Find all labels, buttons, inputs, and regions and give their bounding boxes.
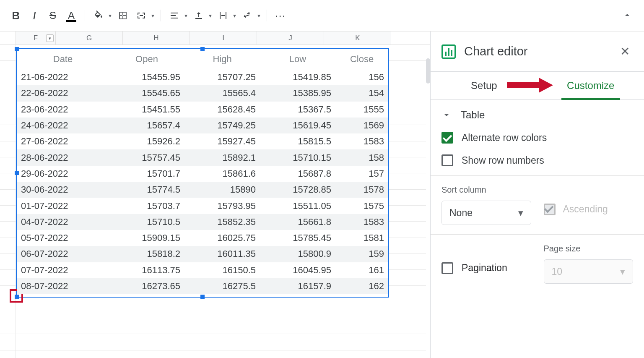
vertical-scrollbar[interactable] bbox=[426, 58, 430, 84]
table-chart-header: High bbox=[184, 54, 260, 65]
table-chart-cell: 158 bbox=[335, 152, 388, 163]
table-chart-cell: 1583 bbox=[335, 217, 388, 227]
table-chart-cell: 23-06-2022 bbox=[17, 104, 109, 115]
sort-column-select[interactable]: None ▾ bbox=[441, 201, 531, 225]
text-color-button[interactable]: A bbox=[63, 7, 80, 24]
table-section-header[interactable]: Table bbox=[441, 109, 633, 121]
text-wrap-button[interactable] bbox=[215, 7, 231, 24]
table-chart-cell: 159 bbox=[335, 248, 388, 259]
column-f-dropdown-icon[interactable]: ▾ bbox=[46, 34, 54, 42]
table-chart-cell: 15707.25 bbox=[184, 72, 260, 83]
tab-customize[interactable]: Customize bbox=[538, 72, 644, 99]
table-chart-cell: 1578 bbox=[335, 184, 388, 195]
table-chart-cell: 15852.35 bbox=[184, 217, 260, 227]
table-chart-cell: 08-07-2022 bbox=[17, 281, 109, 292]
table-chart-cell: 15892.1 bbox=[184, 152, 260, 163]
table-chart-cell: 04-07-2022 bbox=[17, 217, 109, 227]
fill-color-button[interactable] bbox=[90, 7, 107, 24]
table-chart-cell: 1569 bbox=[335, 120, 388, 131]
horizontal-align-button[interactable] bbox=[166, 7, 183, 24]
table-chart-cell: 161 bbox=[335, 265, 388, 276]
alternate-row-colors-checkbox[interactable] bbox=[441, 132, 453, 144]
pagination-section: Pagination Page size 10 ▾ bbox=[431, 235, 644, 293]
editor-tabs: Setup Customize bbox=[431, 71, 644, 100]
table-chart-cell: 16113.75 bbox=[109, 265, 184, 276]
table-chart-cell: 1583 bbox=[335, 136, 388, 147]
table-chart-row: 29-06-202215701.715861.615687.8157 bbox=[17, 166, 388, 182]
formatting-toolbar: B I S A ▾ ▾ ▾ ▾ ▾ ▾ ··· bbox=[0, 0, 644, 31]
table-chart-cell: 15728.85 bbox=[260, 184, 335, 195]
table-chart-cell: 15890 bbox=[184, 184, 260, 195]
column-header-h[interactable]: H bbox=[123, 31, 190, 44]
borders-button[interactable] bbox=[114, 7, 131, 24]
table-chart-header: Date bbox=[17, 54, 109, 65]
close-editor-button[interactable]: ✕ bbox=[616, 44, 633, 58]
table-section: Table Alternate row colors Show row numb… bbox=[431, 100, 644, 176]
table-chart-row: 01-07-202215703.715793.9515511.051575 bbox=[17, 198, 388, 214]
wrap-dropdown[interactable]: ▾ bbox=[231, 12, 237, 19]
more-options-button[interactable]: ··· bbox=[272, 7, 289, 24]
vertical-align-button[interactable] bbox=[190, 7, 207, 24]
halign-dropdown[interactable]: ▾ bbox=[183, 12, 189, 19]
table-chart-cell: 15909.15 bbox=[109, 233, 184, 243]
table-chart-cell: 15628.45 bbox=[184, 104, 260, 115]
table-chart-row: 21-06-202215455.9515707.2515419.85156 bbox=[17, 69, 388, 85]
merge-dropdown[interactable]: ▾ bbox=[150, 12, 156, 19]
table-chart-row: 06-07-202215818.216011.3515800.9159 bbox=[17, 246, 388, 262]
ascending-checkbox bbox=[544, 204, 556, 215]
table-chart-cell: 15710.5 bbox=[109, 217, 184, 227]
table-chart-cell: 22-06-2022 bbox=[17, 88, 109, 99]
table-chart-cell: 16273.65 bbox=[109, 281, 184, 292]
table-chart-row: 05-07-202215909.1516025.7515785.451581 bbox=[17, 230, 388, 246]
table-chart-cell: 05-07-2022 bbox=[17, 233, 109, 243]
column-header-f[interactable]: F ▾ bbox=[16, 31, 56, 44]
table-chart-cell: 21-06-2022 bbox=[17, 72, 109, 83]
page-size-select: 10 ▾ bbox=[544, 259, 634, 284]
table-chart-cell: 15861.6 bbox=[184, 168, 260, 179]
pagination-checkbox[interactable] bbox=[441, 262, 453, 274]
table-chart-cell: 15511.05 bbox=[260, 201, 335, 212]
table-chart-cell: 1575 bbox=[335, 201, 388, 212]
table-chart-cell: 1555 bbox=[335, 104, 388, 115]
merge-cells-button[interactable] bbox=[133, 7, 150, 24]
alternate-row-colors-label: Alternate row colors bbox=[462, 132, 547, 144]
fill-color-dropdown[interactable]: ▾ bbox=[107, 12, 113, 19]
table-chart-cell: 15701.7 bbox=[109, 168, 184, 179]
table-chart-cell: 16150.5 bbox=[184, 265, 260, 276]
column-header-i[interactable]: I bbox=[190, 31, 257, 44]
chart-editor-panel: Chart editor ✕ Setup Customize Table bbox=[430, 31, 644, 358]
rotation-dropdown[interactable]: ▾ bbox=[256, 12, 262, 19]
column-header-k[interactable]: K bbox=[324, 31, 391, 44]
chevron-down-icon bbox=[441, 110, 452, 120]
table-chart-cell: 16011.35 bbox=[184, 248, 260, 259]
table-chart-cell: 15419.85 bbox=[260, 72, 335, 83]
table-chart-cell: 157 bbox=[335, 168, 388, 179]
table-chart-header-row: Date Open High Low Close bbox=[17, 49, 388, 69]
table-chart-cell: 15800.9 bbox=[260, 248, 335, 259]
chart-editor-icon bbox=[441, 44, 456, 59]
text-rotation-button[interactable] bbox=[239, 7, 256, 24]
table-chart-cell: 15703.7 bbox=[109, 201, 184, 212]
show-row-numbers-checkbox[interactable] bbox=[441, 154, 453, 166]
strikethrough-button[interactable]: S bbox=[44, 7, 61, 24]
table-chart-cell: 15385.95 bbox=[260, 88, 335, 99]
table-chart-row: 23-06-202215451.5515628.4515367.51555 bbox=[17, 102, 388, 118]
table-chart-cell: 162 bbox=[335, 281, 388, 292]
embedded-table-chart[interactable]: Date Open High Low Close 21-06-202215455… bbox=[16, 48, 389, 298]
column-header-g[interactable]: G bbox=[56, 31, 123, 44]
table-chart-cell: 15710.15 bbox=[260, 152, 335, 163]
italic-button[interactable]: I bbox=[26, 7, 43, 24]
bold-button[interactable]: B bbox=[8, 7, 24, 24]
select-all-cell[interactable] bbox=[0, 31, 16, 44]
sort-column-label: Sort column bbox=[441, 185, 531, 195]
sort-section: Sort column None ▾ Ascending bbox=[431, 176, 644, 235]
table-chart-row: 27-06-202215926.215927.4515815.51583 bbox=[17, 133, 388, 149]
valign-dropdown[interactable]: ▾ bbox=[207, 12, 213, 19]
tab-setup[interactable]: Setup bbox=[431, 72, 538, 99]
table-chart-cell: 15818.2 bbox=[109, 248, 184, 259]
collapse-toolbar-button[interactable] bbox=[622, 10, 632, 22]
column-headers: F ▾ G H I J K bbox=[0, 31, 430, 45]
table-chart-cell: 15657.4 bbox=[109, 120, 184, 131]
ascending-label: Ascending bbox=[563, 204, 608, 215]
column-header-j[interactable]: J bbox=[257, 31, 324, 44]
